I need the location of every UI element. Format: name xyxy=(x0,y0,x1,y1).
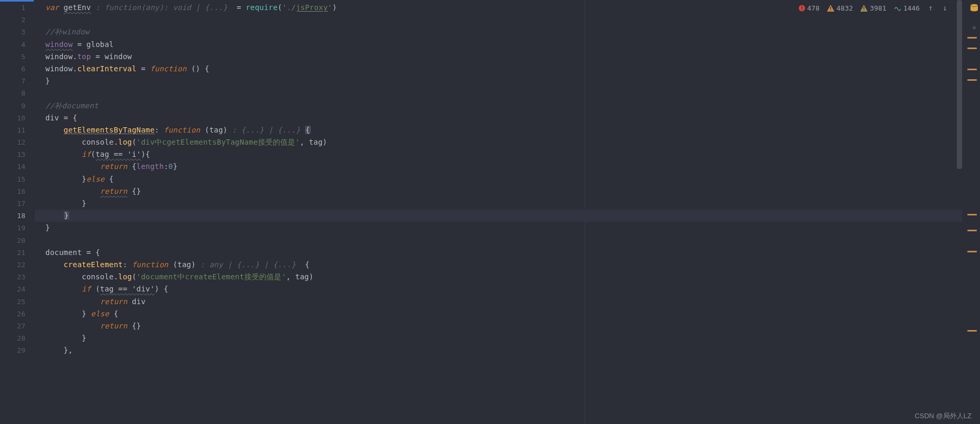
line-number: 9 xyxy=(0,100,35,112)
line-number: 21 xyxy=(0,247,35,259)
line-number: 15 xyxy=(0,173,35,185)
ai-assistant-icon[interactable]: ✧ xyxy=(972,22,977,32)
line-number: 23 xyxy=(0,271,35,283)
code-line-current[interactable]: } xyxy=(35,210,980,222)
code-line[interactable]: window = global xyxy=(35,39,980,51)
line-number: 1 xyxy=(0,2,35,14)
line-number: 16 xyxy=(0,185,35,197)
line-number: 3 xyxy=(0,26,35,38)
info-count-value: 1446 xyxy=(903,4,920,12)
code-line[interactable]: createElement: function (tag) : any | {.… xyxy=(35,259,980,271)
line-number: 24 xyxy=(0,283,35,295)
line-number: 7 xyxy=(0,75,35,87)
watermark: CSDN @局外人LZ xyxy=(915,411,972,421)
code-line[interactable]: return {} xyxy=(35,320,980,332)
line-number: 18 xyxy=(0,210,35,222)
code-area[interactable]: var getEnv : function(any): void | {...}… xyxy=(35,0,980,424)
line-number: 12 xyxy=(0,136,35,148)
svg-rect-2 xyxy=(801,9,802,10)
error-stripe-marker[interactable] xyxy=(967,79,977,81)
line-number: 28 xyxy=(0,332,35,344)
code-line[interactable]: } xyxy=(35,75,980,87)
code-line[interactable]: window.clearInterval = function () { xyxy=(35,63,980,75)
code-line[interactable]: return {length:0} xyxy=(35,161,980,173)
svg-rect-6 xyxy=(864,10,864,10)
error-stripe-marker[interactable] xyxy=(967,48,977,49)
warning2-count[interactable]: 3981 xyxy=(860,4,886,12)
active-tab-indicator xyxy=(0,0,34,2)
warning1-count[interactable]: 4832 xyxy=(827,4,853,12)
error-count[interactable]: 478 xyxy=(798,4,820,12)
scrollbar-track[interactable] xyxy=(957,0,962,424)
code-line[interactable]: }else { xyxy=(35,173,980,185)
code-line[interactable]: window.top = window xyxy=(35,51,980,63)
line-number: 6 xyxy=(0,63,35,75)
line-number: 29 xyxy=(0,344,35,356)
error-count-value: 478 xyxy=(807,4,820,12)
line-number-gutter: 1234567891011121314151617181920212223242… xyxy=(0,0,35,424)
line-number: 14 xyxy=(0,161,35,173)
prev-highlight-arrow[interactable]: ↑ xyxy=(927,3,934,13)
svg-rect-5 xyxy=(864,7,864,9)
error-stripe-marker[interactable] xyxy=(967,69,977,70)
line-number: 17 xyxy=(0,197,35,210)
line-number: 26 xyxy=(0,308,35,320)
error-stripe-marker[interactable] xyxy=(967,330,977,332)
scrollbar-thumb[interactable] xyxy=(957,0,962,169)
line-number: 2 xyxy=(0,14,35,26)
warning-icon xyxy=(827,5,834,12)
code-line[interactable] xyxy=(35,234,980,247)
line-number: 25 xyxy=(0,296,35,308)
next-highlight-arrow[interactable]: ↓ xyxy=(941,3,948,13)
error-icon xyxy=(798,5,805,12)
line-number: 22 xyxy=(0,259,35,271)
code-line[interactable]: return div xyxy=(35,296,980,308)
code-line[interactable]: console.log('document中createElement接受的值是… xyxy=(35,271,980,283)
typo-icon xyxy=(894,5,901,12)
code-line[interactable]: } xyxy=(35,332,980,344)
code-line[interactable]: //补document xyxy=(35,100,980,112)
code-line[interactable]: console.log('div中cgetElementsByTagName接受… xyxy=(35,136,980,148)
line-number: 13 xyxy=(0,148,35,161)
error-stripe-marker[interactable] xyxy=(967,214,977,215)
line-number: 10 xyxy=(0,112,35,124)
line-number: 5 xyxy=(0,51,35,63)
code-line[interactable] xyxy=(35,14,980,26)
line-number: 8 xyxy=(0,87,35,99)
info-count[interactable]: 1446 xyxy=(894,4,920,12)
line-number: 20 xyxy=(0,234,35,247)
code-editor[interactable]: 1234567891011121314151617181920212223242… xyxy=(0,0,980,424)
error-stripe-marker[interactable] xyxy=(967,230,977,231)
warning1-count-value: 4832 xyxy=(836,4,853,12)
code-line[interactable]: } else { xyxy=(35,308,980,320)
code-line[interactable]: div = { xyxy=(35,112,980,124)
code-line[interactable]: //补window xyxy=(35,26,980,38)
line-number: 11 xyxy=(0,124,35,136)
code-line[interactable]: return {} xyxy=(35,185,980,197)
code-line[interactable]: if(tag == 'i'){ xyxy=(35,148,980,161)
weak-warning-icon xyxy=(860,5,868,12)
code-line[interactable]: document = { xyxy=(35,247,980,259)
code-line[interactable]: } xyxy=(35,197,980,210)
svg-rect-1 xyxy=(801,6,802,8)
svg-rect-4 xyxy=(830,10,831,10)
code-line[interactable]: }, xyxy=(35,344,980,356)
error-stripe-marker[interactable] xyxy=(967,37,977,39)
code-line[interactable]: } xyxy=(35,222,980,234)
right-tool-strip: ✧ xyxy=(962,0,980,424)
error-stripe-marker[interactable] xyxy=(967,251,977,252)
line-number: 19 xyxy=(0,222,35,234)
code-line[interactable] xyxy=(35,87,980,99)
line-number: 27 xyxy=(0,320,35,332)
line-number: 4 xyxy=(0,39,35,51)
inspection-status-bar: 478 4832 3981 1446 ↑ ↓ xyxy=(798,3,948,13)
code-line[interactable]: if (tag == 'div') { xyxy=(35,283,980,295)
svg-rect-3 xyxy=(830,7,831,9)
code-line[interactable]: getElementsByTagName: function (tag) : {… xyxy=(35,124,980,136)
database-tool-icon[interactable] xyxy=(969,3,979,14)
warning2-count-value: 3981 xyxy=(870,4,886,12)
